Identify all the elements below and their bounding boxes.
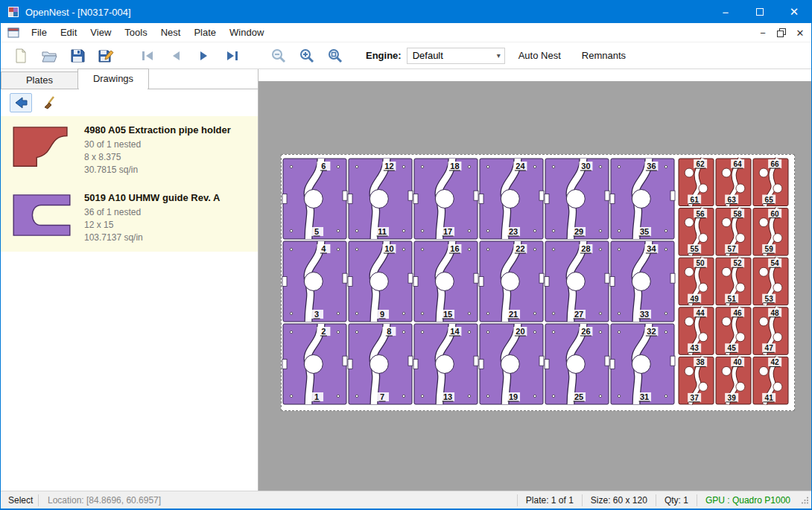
nest-part-pair[interactable]: 1615 xyxy=(413,241,478,322)
nest-part-pair[interactable]: 4241 xyxy=(753,357,788,404)
auto-nest-button[interactable]: Auto Nest xyxy=(511,45,568,66)
plate[interactable]: 6512111817242330293635431091615222128273… xyxy=(281,154,795,411)
open-button[interactable] xyxy=(37,45,61,67)
menu-view[interactable]: View xyxy=(83,24,118,41)
engine-select[interactable]: Default ▾ xyxy=(407,48,505,64)
nav-prev-button[interactable] xyxy=(164,45,188,67)
plate-svg[interactable]: 6512111817242330293635431091615222128273… xyxy=(282,155,794,410)
svg-text:61: 61 xyxy=(691,196,700,204)
nest-part-pair[interactable]: 109 xyxy=(348,241,413,322)
nest-part-pair[interactable]: 3837 xyxy=(679,357,714,404)
maximize-button[interactable] xyxy=(743,1,777,23)
mdi-window-controls: − ✕ xyxy=(755,25,808,40)
menu-tools[interactable]: Tools xyxy=(118,24,153,41)
remnants-button[interactable]: Remnants xyxy=(574,45,633,66)
nest-part-pair[interactable]: 4039 xyxy=(716,357,751,404)
nav-last-button[interactable] xyxy=(221,45,244,67)
svg-text:19: 19 xyxy=(509,392,518,401)
item-nested-count: 30 of 1 nested xyxy=(84,138,231,151)
nest-part-pair[interactable]: 3231 xyxy=(610,324,675,404)
svg-text:34: 34 xyxy=(647,244,656,253)
canvas-background[interactable]: 6512111817242330293635431091615222128273… xyxy=(258,81,811,491)
list-item-extraction-pipe-holder[interactable]: 4980 A05 Extraction pipe holder 30 of 1 … xyxy=(1,116,258,184)
svg-text:52: 52 xyxy=(734,259,743,267)
nest-part-pair[interactable]: 4645 xyxy=(716,307,751,355)
nest-canvas[interactable]: 6512111817242330293635431091615222128273… xyxy=(258,69,811,491)
nav-first-button[interactable] xyxy=(136,45,159,67)
menu-plate[interactable]: Plate xyxy=(187,24,223,41)
nest-part-pair[interactable]: 3433 xyxy=(610,241,675,322)
list-item-uhmw-guide[interactable]: 5019 A10 UHMW guide Rev. A 36 of 1 neste… xyxy=(1,184,258,252)
app-icon xyxy=(7,6,19,18)
zoom-fit-button[interactable] xyxy=(323,45,347,67)
nest-part-pair[interactable]: 2019 xyxy=(479,324,544,404)
new-button[interactable] xyxy=(9,45,33,67)
resize-grip[interactable] xyxy=(800,496,809,505)
drawings-toolbar xyxy=(1,89,258,116)
status-plate: Plate: 1 of 1 xyxy=(518,495,582,506)
engine-select-value: Default xyxy=(413,50,443,61)
nest-part-pair[interactable]: 6665 xyxy=(753,159,788,206)
nest-part-pair[interactable]: 6463 xyxy=(716,159,751,206)
tab-drawings[interactable]: Drawings xyxy=(77,68,149,89)
nest-part-pair[interactable]: 2827 xyxy=(545,241,609,322)
nest-part-pair[interactable]: 5453 xyxy=(753,258,788,305)
nest-part-pair[interactable]: 4443 xyxy=(679,307,714,355)
svg-text:38: 38 xyxy=(697,358,705,366)
next-plate-icon xyxy=(196,48,212,64)
nest-part-pair[interactable]: 5049 xyxy=(679,258,714,305)
menu-window[interactable]: Window xyxy=(223,24,270,41)
status-gpu: GPU : Quadro P1000 xyxy=(697,495,799,506)
svg-text:11: 11 xyxy=(378,227,387,236)
svg-text:32: 32 xyxy=(647,327,656,336)
mdi-close-button[interactable]: ✕ xyxy=(792,25,808,40)
svg-text:26: 26 xyxy=(581,327,590,336)
svg-text:45: 45 xyxy=(728,344,737,352)
menu-file[interactable]: File xyxy=(25,24,54,41)
nest-part-pair[interactable]: 1211 xyxy=(348,159,413,239)
save-button[interactable] xyxy=(66,45,89,67)
nest-part-pair[interactable]: 21 xyxy=(282,324,347,404)
item-title: 5019 A10 UHMW guide Rev. A xyxy=(84,192,220,203)
close-button[interactable]: ✕ xyxy=(777,1,811,23)
nest-part-pair[interactable]: 5655 xyxy=(679,208,714,256)
nest-part-pair[interactable]: 5251 xyxy=(716,258,751,305)
nest-part-pair[interactable]: 2423 xyxy=(479,159,544,239)
nest-part-pair[interactable]: 6059 xyxy=(753,208,788,256)
tab-plates[interactable]: Plates xyxy=(1,71,78,89)
import-drawing-button[interactable] xyxy=(10,93,32,112)
zoom-in-button[interactable] xyxy=(295,45,319,67)
save-as-button[interactable] xyxy=(94,45,118,67)
svg-text:15: 15 xyxy=(443,310,452,319)
save-icon xyxy=(69,48,86,64)
nest-part-pair[interactable]: 4847 xyxy=(753,307,788,355)
nest-part-pair[interactable]: 43 xyxy=(282,241,347,322)
nest-part-pair[interactable]: 1817 xyxy=(413,159,478,239)
nest-part-pair[interactable]: 1413 xyxy=(413,324,478,404)
nest-part-pair[interactable]: 2221 xyxy=(479,241,544,322)
minimize-button[interactable]: − xyxy=(708,1,743,23)
svg-text:5: 5 xyxy=(314,227,319,236)
nest-part-pair[interactable]: 5857 xyxy=(716,208,751,256)
svg-text:1: 1 xyxy=(314,392,319,401)
nav-next-button[interactable] xyxy=(192,45,216,67)
nest-part-pair[interactable]: 2625 xyxy=(545,324,609,404)
part-thumbnail-purple xyxy=(10,191,74,240)
nest-part-pair[interactable]: 65 xyxy=(282,159,347,239)
mdi-minimize-button[interactable]: − xyxy=(755,25,771,40)
svg-text:47: 47 xyxy=(765,344,774,352)
svg-text:10: 10 xyxy=(384,244,393,253)
mdi-restore-button[interactable] xyxy=(773,25,790,40)
clean-button[interactable] xyxy=(39,93,62,112)
svg-text:12: 12 xyxy=(384,162,393,170)
status-mode: Select xyxy=(1,495,38,506)
zoom-fit-icon xyxy=(327,48,343,64)
menu-nest[interactable]: Nest xyxy=(154,24,188,41)
zoom-out-button[interactable] xyxy=(267,45,291,67)
nest-part-pair[interactable]: 3029 xyxy=(545,159,609,239)
svg-text:30: 30 xyxy=(581,162,590,170)
menu-edit[interactable]: Edit xyxy=(54,24,83,41)
nest-part-pair[interactable]: 3635 xyxy=(610,159,675,239)
nest-part-pair[interactable]: 87 xyxy=(348,324,413,404)
nest-part-pair[interactable]: 6261 xyxy=(679,159,714,206)
